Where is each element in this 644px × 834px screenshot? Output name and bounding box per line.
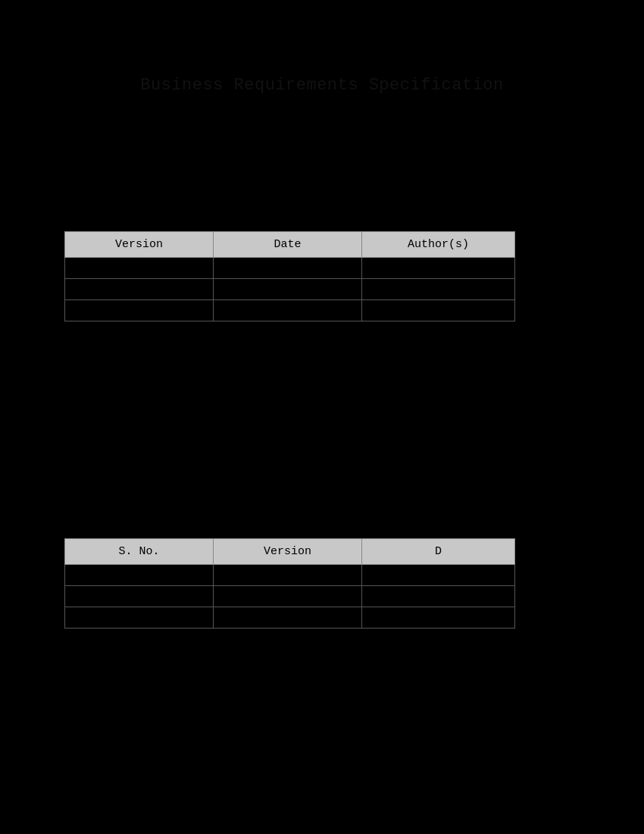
table-row xyxy=(65,565,515,586)
table-row xyxy=(65,607,515,629)
table-row xyxy=(65,279,515,300)
table2-row2-d xyxy=(362,586,515,607)
table2-row1-sno xyxy=(65,565,214,586)
table2-row2-sno xyxy=(65,586,214,607)
table2-header-row: S. No. Version D xyxy=(65,539,515,565)
table1-row3-author xyxy=(362,300,515,321)
table1-row3-date xyxy=(214,300,362,321)
table-row xyxy=(65,300,515,321)
title-section: Business Requirements Specification xyxy=(0,76,644,95)
version-date-author-table-container: Version Date Author(s) xyxy=(64,231,515,321)
sno-version-table: S. No. Version D xyxy=(64,538,515,629)
table1-date-header: Date xyxy=(214,232,362,258)
table1-version-header: Version xyxy=(65,232,214,258)
table1-row1-author xyxy=(362,258,515,279)
version-date-author-table: Version Date Author(s) xyxy=(64,231,515,321)
document-title: Business Requirements Specification xyxy=(0,76,644,95)
table2-sno-header: S. No. xyxy=(65,539,214,565)
table1-row1-date xyxy=(214,258,362,279)
table2-version-header: Version xyxy=(214,539,362,565)
table2-row1-d xyxy=(362,565,515,586)
table2-row3-d xyxy=(362,607,515,629)
table-row xyxy=(65,586,515,607)
table2-row3-version xyxy=(214,607,362,629)
table1-author-header: Author(s) xyxy=(362,232,515,258)
table-row xyxy=(65,258,515,279)
table2-row2-version xyxy=(214,586,362,607)
table2-d-header: D xyxy=(362,539,515,565)
table1-row2-version xyxy=(65,279,214,300)
table2-row3-sno xyxy=(65,607,214,629)
table1-row2-author xyxy=(362,279,515,300)
page: Business Requirements Specification Vers… xyxy=(0,0,644,834)
table1-row1-version xyxy=(65,258,214,279)
table1-row2-date xyxy=(214,279,362,300)
table1-header-row: Version Date Author(s) xyxy=(65,232,515,258)
sno-version-table-container: S. No. Version D xyxy=(64,538,515,629)
table1-row3-version xyxy=(65,300,214,321)
table2-row1-version xyxy=(214,565,362,586)
